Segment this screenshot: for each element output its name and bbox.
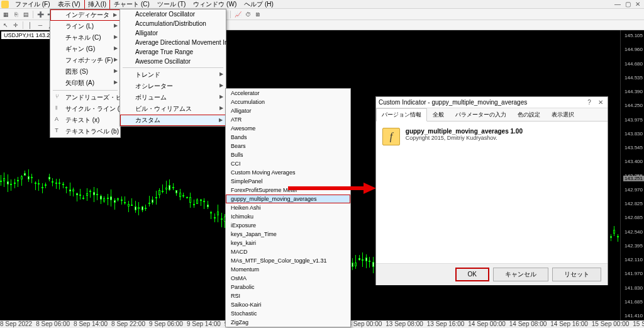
crosshair-icon[interactable]: ✛: [11, 21, 20, 30]
submenu-arrow-icon: ▶: [219, 105, 223, 111]
custom-indicator-item[interactable]: Accumulation: [226, 98, 350, 106]
insert-menu-item[interactable]: 図形 (S)▶: [50, 66, 120, 77]
insert-menu-item[interactable]: 矢印類 (A)▶: [50, 77, 120, 89]
custom-indicator-item[interactable]: Stochastic: [226, 309, 350, 318]
time-tick: 8 Sep 14:00: [74, 320, 108, 328]
insert-menu-item[interactable]: ライン (L)▶: [50, 21, 120, 32]
indicator-menu-item[interactable]: カスタム▶: [120, 115, 226, 126]
menu-window[interactable]: ウィンドウ (W): [189, 0, 240, 9]
menu-file[interactable]: ファイル (F): [11, 0, 54, 9]
indicator-menu-item[interactable]: トレンド▶: [120, 69, 226, 81]
insert-menu-item[interactable]: Tテキストラベル (b): [50, 126, 120, 137]
dialog-tab[interactable]: 全般: [427, 108, 450, 121]
insert-menu-item[interactable]: Aテキスト (x): [50, 115, 120, 126]
custom-indicator-item[interactable]: iExposure: [226, 221, 350, 230]
submenu-arrow-icon: ▶: [114, 34, 118, 40]
custom-indicator-item[interactable]: OsMA: [226, 274, 350, 283]
submenu-arrow-icon: ▶: [114, 57, 118, 62]
custom-indicator-item[interactable]: Saikoo-Kairi: [226, 300, 350, 309]
indicator-menu-item[interactable]: Accumulation/Distribution: [120, 19, 226, 28]
indicator-submenu: Accelerator OscillatorAccumulation/Distr…: [119, 9, 226, 127]
price-tick: 143.545: [625, 145, 643, 150]
price-tick: 141.970: [625, 271, 643, 276]
insert-menu-item[interactable]: ⑂アンドリューズ・ピッチフォーク (A): [50, 92, 120, 103]
custom-indicator-item[interactable]: Parabolic: [226, 283, 350, 291]
menu-tool[interactable]: ツール (T): [153, 0, 190, 9]
ok-button[interactable]: OK: [455, 268, 489, 281]
indicator-menu-item[interactable]: オシレーター▶: [120, 81, 226, 92]
indicator-menu-item[interactable]: ビル・ウィリアムス▶: [120, 103, 226, 115]
price-tick: 143.400: [625, 159, 643, 164]
custom-indicator-item[interactable]: Heiken Ashi: [226, 203, 350, 212]
time-tick: 13 Sep 08:00: [386, 320, 423, 328]
dialog-tab[interactable]: 表示選択: [546, 108, 580, 121]
dialog-help-icon[interactable]: ?: [585, 99, 594, 106]
indicator-file-icon: f: [382, 128, 400, 145]
price-tick: 142.970: [625, 187, 643, 193]
custom-indicator-item[interactable]: MACD: [226, 247, 350, 256]
insert-menu-item[interactable]: フィボナッチ (F)▶: [50, 55, 120, 66]
menu-insert[interactable]: 挿入(I): [84, 0, 110, 9]
menu-chart[interactable]: チャート (C): [110, 0, 153, 9]
minimize-icon[interactable]: —: [614, 1, 621, 8]
menu-view[interactable]: 表示 (V): [54, 0, 84, 9]
custom-indicator-item[interactable]: Awesome: [226, 124, 350, 133]
tb-profiles-icon[interactable]: ▤: [21, 10, 30, 19]
menu-item-label: Average True Range: [135, 48, 193, 55]
menu-help[interactable]: ヘルプ (H): [240, 0, 277, 9]
custom-indicator-item[interactable]: Alligator: [226, 106, 350, 115]
custom-indicator-item[interactable]: Ichimoku: [226, 212, 350, 221]
custom-indicator-item[interactable]: Custom Moving Averages: [226, 168, 350, 177]
menubar: ファイル (F) 表示 (V) 挿入(I) チャート (C) ツール (T) ウ…: [0, 0, 644, 9]
custom-indicator-item[interactable]: Accelerator: [226, 89, 350, 98]
price-tick: 144.535: [625, 75, 643, 81]
tb-cross-icon[interactable]: ➕: [36, 10, 45, 19]
insert-menu-item[interactable]: チャネル (C)▶: [50, 32, 120, 43]
dialog-tab[interactable]: 色の設定: [512, 108, 546, 121]
custom-indicator-item[interactable]: ATR: [226, 115, 350, 124]
indicator-menu-item[interactable]: ボリューム▶: [120, 92, 226, 103]
indicator-menu-item[interactable]: Average True Range: [120, 47, 226, 57]
custom-indicator-item[interactable]: Bands: [226, 133, 350, 142]
tb-template-icon[interactable]: 🗎: [253, 10, 262, 19]
custom-indicator-item[interactable]: ZigZag: [226, 318, 350, 327]
custom-indicator-item[interactable]: RSI: [226, 291, 350, 300]
insert-menu-item[interactable]: ⦀サイクル・ライン (Y): [50, 103, 120, 115]
insert-menu-item[interactable]: インディケータ▶: [50, 9, 120, 21]
price-tick: 142.825: [625, 201, 643, 206]
time-tick: 14 Sep 16:00: [550, 320, 588, 328]
time-tick: 15 Sep 08:00: [633, 320, 644, 328]
custom-indicator-item[interactable]: Momentum: [226, 265, 350, 274]
dialog-tab[interactable]: パラメーターの入力: [450, 108, 512, 121]
custom-indicator-item[interactable]: keys_kairi: [226, 239, 350, 247]
indicator-menu-item[interactable]: Awesome Oscillator: [120, 57, 226, 66]
dialog-tab[interactable]: バージョン情報: [376, 108, 427, 122]
price-tick: 141.410: [625, 313, 643, 319]
reset-button[interactable]: リセット: [552, 268, 601, 281]
custom-indicator-item[interactable]: Bears: [226, 142, 350, 150]
close-icon[interactable]: ✕: [634, 1, 641, 8]
indicator-menu-item[interactable]: Alligator: [120, 28, 226, 38]
custom-indicator-item[interactable]: guppy_multiple_moving_averages: [226, 195, 350, 203]
menu-item-label: オシレーター: [135, 82, 173, 89]
tb-open-icon[interactable]: ⎘: [11, 10, 20, 19]
tb-indicators-icon[interactable]: 📈: [233, 10, 242, 19]
tb-new-icon[interactable]: ▦: [1, 10, 10, 19]
custom-indicator-item[interactable]: CCI: [226, 159, 350, 168]
vline-icon[interactable]: │: [26, 21, 35, 30]
indicator-menu-item[interactable]: Average Directional Movement Index: [120, 38, 226, 47]
tb-period-icon[interactable]: ⏱: [243, 10, 252, 19]
dialog-close-icon[interactable]: ✕: [596, 99, 605, 106]
custom-indicator-item[interactable]: keys_Japan_Time: [226, 230, 350, 239]
menu-item-label: 図形 (S): [65, 68, 88, 75]
hline-icon[interactable]: ─: [36, 21, 45, 30]
submenu-arrow-icon: ▶: [114, 79, 118, 85]
indicator-menu-item[interactable]: Accelerator Oscillator: [120, 9, 226, 19]
maximize-icon[interactable]: ▢: [624, 1, 631, 8]
cursor-icon[interactable]: ↖: [1, 21, 10, 30]
cancel-button[interactable]: キャンセル: [493, 268, 548, 281]
time-tick: 14 Sep 00:00: [468, 320, 506, 328]
insert-menu-item[interactable]: ギャン (G)▶: [50, 43, 120, 55]
custom-indicator-item[interactable]: MAs_MTF_Slope_Color_toggle_v1.31: [226, 256, 350, 265]
custom-indicator-item[interactable]: Bulls: [226, 150, 350, 159]
